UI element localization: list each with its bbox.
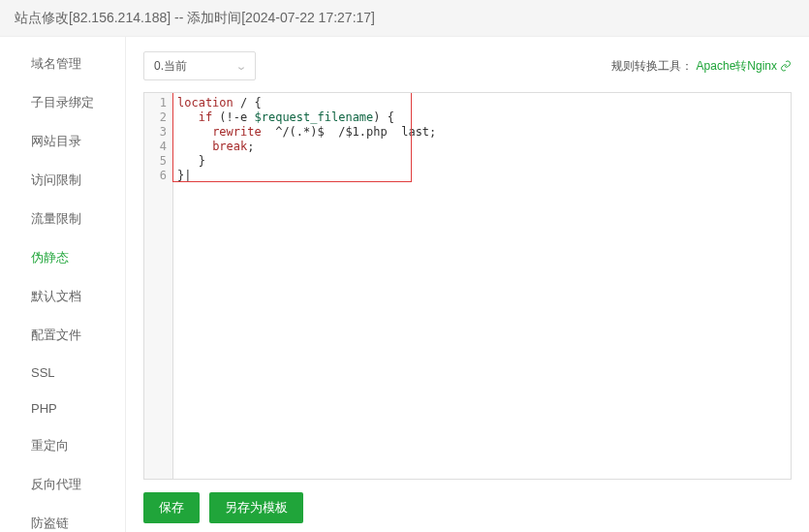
chevron-down-icon: ⌄ <box>235 60 247 73</box>
convert-tool-link-text: Apache转Nginx <box>697 58 777 75</box>
sidebar-item[interactable]: 配置文件 <box>0 316 125 355</box>
sidebar-item-label: 网站目录 <box>31 134 81 148</box>
main-panel: 0.当前 ⌄ 规则转换工具： Apache转Nginx 123456 locat… <box>126 37 809 532</box>
line-number: 1 <box>152 96 167 110</box>
convert-tool: 规则转换工具： Apache转Nginx <box>611 58 792 75</box>
sidebar-item-label: 域名管理 <box>31 56 81 71</box>
code-gutter: 123456 <box>144 93 173 479</box>
sidebar-item[interactable]: 防盗链 <box>0 504 125 532</box>
line-number: 6 <box>152 169 167 183</box>
code-line: } <box>177 154 787 169</box>
sidebar-item[interactable]: 流量限制 <box>0 200 125 238</box>
sidebar: 域名管理子目录绑定网站目录访问限制流量限制伪静态默认文档配置文件SSLPHP重定… <box>0 37 126 532</box>
sidebar-item[interactable]: 子目录绑定 <box>0 83 125 122</box>
sidebar-item[interactable]: 默认文档 <box>0 277 125 316</box>
sidebar-item-label: 伪静态 <box>31 250 69 265</box>
template-select[interactable]: 0.当前 ⌄ <box>143 51 256 80</box>
line-number: 4 <box>152 140 167 154</box>
sidebar-item-label: PHP <box>31 401 57 416</box>
code-line: location / { <box>177 96 787 110</box>
sidebar-item[interactable]: PHP <box>0 391 125 426</box>
sidebar-item[interactable]: 伪静态 <box>0 238 125 277</box>
footer-buttons: 保存 另存为模板 <box>143 492 792 523</box>
sidebar-item-label: SSL <box>31 365 55 380</box>
sidebar-item-label: 流量限制 <box>31 211 81 226</box>
sidebar-item[interactable]: 重定向 <box>0 426 125 465</box>
sidebar-item-label: 防盗链 <box>31 516 69 530</box>
code-line: if (!-e $request_filename) { <box>177 110 787 125</box>
line-number: 5 <box>152 154 167 169</box>
sidebar-item[interactable]: 网站目录 <box>0 122 125 161</box>
sidebar-item-label: 子目录绑定 <box>31 95 94 110</box>
save-button[interactable]: 保存 <box>143 492 200 523</box>
template-select-value: 0.当前 <box>154 58 187 75</box>
dialog-header: 站点修改[82.156.214.188] -- 添加时间[2024-07-22 … <box>0 0 809 37</box>
code-line: }| <box>177 169 787 183</box>
sidebar-item[interactable]: 域名管理 <box>0 45 125 83</box>
link-icon <box>780 60 792 72</box>
sidebar-item[interactable]: 访问限制 <box>0 161 125 200</box>
code-area[interactable]: location / { if (!-e $request_filename) … <box>173 93 791 479</box>
sidebar-item[interactable]: SSL <box>0 355 125 391</box>
code-editor[interactable]: 123456 location / { if (!-e $request_fil… <box>143 92 792 480</box>
convert-tool-link[interactable]: Apache转Nginx <box>697 58 792 75</box>
code-line: rewrite ^/(.*)$ /$1.php last; <box>177 125 787 140</box>
sidebar-item[interactable]: 反向代理 <box>0 465 125 504</box>
sidebar-item-label: 配置文件 <box>31 328 81 342</box>
dialog-title: 站点修改[82.156.214.188] -- 添加时间[2024-07-22 … <box>15 10 375 27</box>
sidebar-item-label: 反向代理 <box>31 477 81 491</box>
save-as-template-button[interactable]: 另存为模板 <box>209 492 303 523</box>
top-bar: 0.当前 ⌄ 规则转换工具： Apache转Nginx <box>143 51 792 80</box>
line-number: 3 <box>152 125 167 140</box>
code-line: break; <box>177 140 787 154</box>
sidebar-item-label: 重定向 <box>31 438 69 453</box>
convert-tool-label: 规则转换工具： <box>611 58 693 75</box>
sidebar-item-label: 默认文档 <box>31 289 81 303</box>
sidebar-item-label: 访问限制 <box>31 172 81 187</box>
line-number: 2 <box>152 110 167 125</box>
